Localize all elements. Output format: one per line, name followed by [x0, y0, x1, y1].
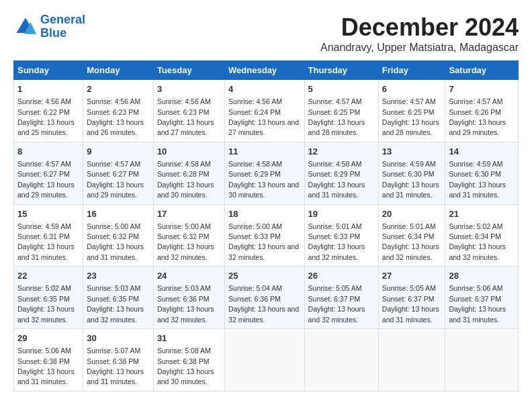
sunset-info: Sunset: 6:37 PM	[449, 295, 501, 303]
day-number: 4	[228, 83, 300, 95]
sunrise-info: Sunrise: 4:58 AM	[308, 160, 362, 168]
sunrise-info: Sunrise: 4:57 AM	[87, 160, 140, 168]
sunrise-info: Sunrise: 4:59 AM	[449, 160, 502, 168]
daylight-info: Daylight: 13 hours and 31 minutes.	[382, 305, 439, 323]
day-cell: 12 Sunrise: 4:58 AM Sunset: 6:29 PM Dayl…	[304, 142, 378, 204]
sunrise-info: Sunrise: 5:04 AM	[228, 284, 282, 292]
day-cell: 26 Sunrise: 5:05 AM Sunset: 6:37 PM Dayl…	[304, 267, 378, 329]
title-area: December 2024 Anandravy, Upper Matsiatra…	[320, 13, 519, 54]
day-number: 30	[87, 332, 150, 345]
day-number: 9	[87, 146, 150, 158]
sunrise-info: Sunrise: 5:07 AM	[87, 347, 140, 355]
day-number: 21	[449, 208, 515, 220]
daylight-info: Daylight: 13 hours and 30 minutes.	[157, 181, 214, 199]
sunset-info: Sunset: 6:38 PM	[87, 357, 139, 365]
sunset-info: Sunset: 6:28 PM	[157, 170, 210, 178]
daylight-info: Daylight: 13 hours and 32 minutes.	[228, 242, 299, 261]
daylight-info: Daylight: 13 hours and 32 minutes.	[157, 242, 214, 261]
day-cell: 22 Sunrise: 5:02 AM Sunset: 6:35 PM Dayl…	[14, 267, 83, 329]
sunrise-info: Sunrise: 4:57 AM	[449, 97, 502, 105]
sunrise-info: Sunrise: 5:05 AM	[382, 284, 436, 292]
sunrise-info: Sunrise: 4:58 AM	[228, 160, 282, 168]
day-number: 16	[87, 208, 150, 220]
day-cell: 5 Sunrise: 4:57 AM Sunset: 6:25 PM Dayli…	[304, 80, 378, 142]
header-friday: Friday	[378, 61, 445, 80]
sunrise-info: Sunrise: 5:08 AM	[157, 347, 211, 355]
day-cell: 25 Sunrise: 5:04 AM Sunset: 6:36 PM Dayl…	[225, 267, 304, 329]
sunset-info: Sunset: 6:29 PM	[308, 170, 361, 178]
sunset-info: Sunset: 6:30 PM	[449, 170, 501, 178]
header-saturday: Saturday	[445, 61, 519, 80]
day-cell: 31 Sunrise: 5:08 AM Sunset: 6:38 PM Dayl…	[153, 329, 224, 392]
day-number: 20	[382, 208, 442, 220]
sunset-info: Sunset: 6:34 PM	[449, 232, 501, 240]
day-number: 31	[157, 332, 221, 345]
sunrise-info: Sunrise: 4:56 AM	[87, 97, 140, 105]
header-monday: Monday	[83, 61, 154, 80]
sunset-info: Sunset: 6:38 PM	[17, 357, 70, 365]
day-number: 25	[228, 270, 300, 282]
daylight-info: Daylight: 13 hours and 25 minutes.	[17, 118, 75, 136]
daylight-info: Daylight: 13 hours and 32 minutes.	[157, 305, 214, 323]
sunset-info: Sunset: 6:25 PM	[308, 108, 361, 116]
sunset-info: Sunset: 6:35 PM	[87, 295, 139, 303]
day-cell: 18 Sunrise: 5:00 AM Sunset: 6:33 PM Dayl…	[225, 204, 304, 267]
day-number: 13	[382, 146, 442, 158]
day-cell: 27 Sunrise: 5:05 AM Sunset: 6:37 PM Dayl…	[378, 267, 445, 329]
sunset-info: Sunset: 6:38 PM	[157, 357, 210, 365]
daylight-info: Daylight: 13 hours and 32 minutes.	[87, 305, 144, 323]
sunrise-info: Sunrise: 5:00 AM	[157, 222, 211, 230]
main-title: December 2024	[320, 13, 519, 42]
day-cell: 16 Sunrise: 5:00 AM Sunset: 6:32 PM Dayl…	[83, 204, 154, 267]
day-number: 14	[449, 146, 515, 158]
sunset-info: Sunset: 6:22 PM	[17, 108, 70, 116]
sunset-info: Sunset: 6:27 PM	[17, 170, 70, 178]
header-sunday: Sunday	[14, 61, 83, 80]
day-cell: 21 Sunrise: 5:02 AM Sunset: 6:34 PM Dayl…	[445, 204, 519, 267]
day-number: 17	[157, 208, 221, 220]
sunset-info: Sunset: 6:35 PM	[17, 295, 70, 303]
day-number: 24	[157, 270, 221, 282]
day-number: 28	[449, 270, 515, 282]
daylight-info: Daylight: 13 hours and 28 minutes.	[308, 118, 365, 136]
daylight-info: Daylight: 13 hours and 31 minutes.	[382, 181, 439, 199]
day-number: 1	[17, 83, 79, 95]
sunset-info: Sunset: 6:29 PM	[228, 170, 281, 178]
sunset-info: Sunset: 6:33 PM	[308, 232, 361, 240]
calendar-table: SundayMondayTuesdayWednesdayThursdayFrid…	[13, 60, 519, 392]
sunrise-info: Sunrise: 4:58 AM	[157, 160, 211, 168]
daylight-info: Daylight: 13 hours and 26 minutes.	[87, 118, 144, 136]
day-cell: 11 Sunrise: 4:58 AM Sunset: 6:29 PM Dayl…	[225, 142, 304, 204]
daylight-info: Daylight: 13 hours and 28 minutes.	[382, 118, 439, 136]
header-thursday: Thursday	[304, 61, 378, 80]
sunrise-info: Sunrise: 4:56 AM	[228, 97, 282, 105]
sunrise-info: Sunrise: 4:56 AM	[157, 97, 211, 105]
day-cell	[304, 329, 378, 392]
daylight-info: Daylight: 13 hours and 31 minutes.	[449, 305, 506, 323]
day-number: 19	[308, 208, 375, 220]
daylight-info: Daylight: 13 hours and 31 minutes.	[17, 242, 75, 261]
sunrise-info: Sunrise: 5:01 AM	[308, 222, 362, 230]
logo-icon	[13, 15, 38, 39]
sunrise-info: Sunrise: 5:05 AM	[308, 284, 362, 292]
daylight-info: Daylight: 13 hours and 31 minutes.	[449, 181, 506, 199]
sunset-info: Sunset: 6:32 PM	[87, 232, 139, 240]
sunset-info: Sunset: 6:34 PM	[382, 232, 435, 240]
day-cell: 3 Sunrise: 4:56 AM Sunset: 6:23 PM Dayli…	[153, 80, 224, 142]
day-cell: 6 Sunrise: 4:57 AM Sunset: 6:25 PM Dayli…	[378, 80, 445, 142]
sunset-info: Sunset: 6:27 PM	[87, 170, 139, 178]
sunset-info: Sunset: 6:30 PM	[382, 170, 435, 178]
day-cell: 14 Sunrise: 4:59 AM Sunset: 6:30 PM Dayl…	[445, 142, 519, 204]
header-wednesday: Wednesday	[225, 61, 304, 80]
day-cell: 23 Sunrise: 5:03 AM Sunset: 6:35 PM Dayl…	[83, 267, 154, 329]
sunrise-info: Sunrise: 5:06 AM	[449, 284, 502, 292]
sunrise-info: Sunrise: 5:02 AM	[449, 222, 502, 230]
sunset-info: Sunset: 6:31 PM	[17, 232, 70, 240]
day-number: 22	[17, 270, 79, 282]
daylight-info: Daylight: 13 hours and 31 minutes.	[17, 367, 75, 385]
header-tuesday: Tuesday	[153, 61, 224, 80]
day-number: 23	[87, 270, 150, 282]
day-cell: 4 Sunrise: 4:56 AM Sunset: 6:24 PM Dayli…	[225, 80, 304, 142]
day-number: 10	[157, 146, 221, 158]
sunset-info: Sunset: 6:25 PM	[382, 108, 435, 116]
